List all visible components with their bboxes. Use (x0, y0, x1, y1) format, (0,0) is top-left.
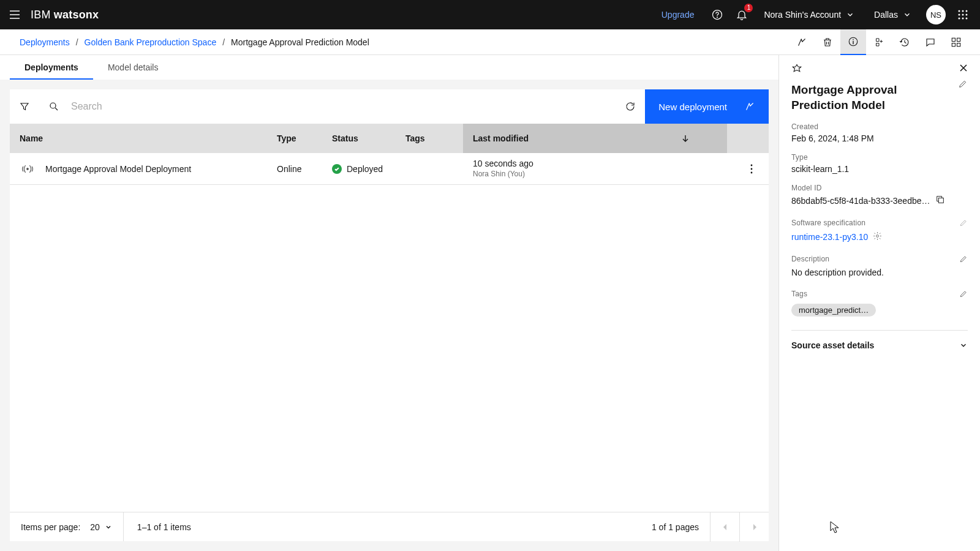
ipp-selector[interactable]: 20 (90, 522, 112, 532)
svg-rect-12 (952, 38, 955, 41)
pagination: Items per page: 20 1–1 of 1 items 1 of 1… (10, 512, 769, 541)
history-icon[interactable] (892, 29, 918, 55)
table-header: Name Type Status Tags Last modified (10, 124, 769, 153)
details-panel: Mortgage Approval Prediction Model Creat… (779, 55, 980, 551)
breadcrumb-current: Mortgage Approval Prediction Model (231, 37, 369, 47)
tag-chip[interactable]: mortgage_predict… (791, 304, 876, 317)
upgrade-link[interactable]: Upgrade (650, 10, 706, 20)
pager-next[interactable] (739, 512, 769, 542)
region-selector[interactable]: Dallas (864, 10, 921, 20)
col-last-modified[interactable]: Last modified (463, 124, 727, 153)
sub-header: Deployments / Golden Bank Preproduction … (0, 29, 980, 55)
table-row[interactable]: Mortgage Approval Model Deployment Onlin… (10, 153, 769, 185)
sw-spec-value[interactable]: runtime-23.1-py3.10 (791, 232, 868, 242)
breadcrumb-deployments[interactable]: Deployments (20, 37, 70, 47)
export-icon[interactable] (866, 29, 892, 55)
search-input[interactable] (69, 101, 616, 112)
tabs: Deployments Model details (0, 55, 778, 80)
svg-point-22 (876, 235, 879, 238)
chevron-down-icon (959, 341, 968, 350)
new-deployment-button[interactable]: New deployment (645, 89, 769, 124)
col-tags[interactable]: Tags (396, 133, 463, 143)
desc-value: No description provided. (791, 268, 968, 277)
sw-spec-label: Software specification (791, 219, 865, 227)
type-label: Type (791, 153, 968, 162)
menu-icon[interactable] (0, 0, 29, 29)
online-icon (21, 162, 34, 176)
row-name: Mortgage Approval Model Deployment (45, 164, 191, 174)
ipp-label: Items per page: (21, 522, 80, 532)
avatar[interactable]: NS (926, 5, 946, 24)
notifications-icon[interactable]: 1 (729, 0, 754, 29)
svg-point-18 (751, 164, 753, 166)
svg-point-7 (966, 14, 968, 16)
svg-rect-15 (957, 43, 960, 46)
delete-icon[interactable] (815, 29, 840, 55)
desc-label: Description (791, 255, 829, 263)
comment-icon[interactable] (918, 29, 943, 55)
source-asset-accordion[interactable]: Source asset details (791, 330, 968, 360)
tab-deployments[interactable]: Deployments (10, 55, 93, 80)
model-id-label: Model ID (791, 184, 968, 192)
chevron-down-icon (105, 523, 112, 531)
svg-point-9 (962, 18, 964, 20)
breadcrumb-space[interactable]: Golden Bank Preproduction Space (85, 37, 217, 47)
col-status[interactable]: Status (322, 133, 396, 143)
svg-rect-13 (957, 38, 960, 41)
svg-rect-21 (938, 198, 943, 203)
row-modified-by: Nora Shin (You) (473, 170, 533, 179)
account-name: Nora Shin's Account (764, 10, 841, 20)
pager-page-of: 1 of 1 pages (641, 522, 710, 532)
edit-sw-spec-icon[interactable] (959, 219, 968, 229)
sort-arrow-icon (680, 133, 690, 143)
col-name[interactable]: Name (10, 133, 267, 143)
svg-point-10 (966, 18, 968, 20)
svg-point-19 (751, 168, 753, 170)
global-header: IBM watsonx Upgrade 1 Nora Shin's Accoun… (0, 0, 980, 29)
deployments-table: Name Type Status Tags Last modified (10, 124, 769, 512)
status-success-icon (332, 164, 342, 174)
panel-title: Mortgage Approval Prediction Model (791, 83, 953, 113)
settings-icon[interactable] (943, 29, 969, 55)
svg-point-17 (27, 168, 29, 170)
account-selector[interactable]: Nora Shin's Account (754, 10, 864, 20)
col-type[interactable]: Type (267, 133, 322, 143)
breadcrumb-sep: / (222, 37, 225, 47)
toolbar: New deployment (10, 89, 769, 124)
chevron-down-icon (848, 13, 853, 16)
pager-prev[interactable] (710, 512, 739, 542)
search-icon[interactable] (39, 89, 69, 124)
edit-desc-icon[interactable] (959, 255, 968, 265)
info-icon[interactable] (840, 29, 866, 55)
tags-label: Tags (791, 290, 807, 298)
ipp-value: 20 (90, 522, 100, 532)
app-switcher-icon[interactable] (951, 0, 975, 29)
filter-icon[interactable] (10, 89, 39, 124)
gear-icon[interactable] (873, 231, 882, 242)
edit-tags-icon[interactable] (959, 290, 968, 300)
svg-point-20 (751, 171, 753, 173)
created-value: Feb 6, 2024, 1:48 PM (791, 133, 968, 143)
pager-range: 1–1 of 1 items (124, 522, 205, 532)
breadcrumb-sep: / (76, 37, 78, 47)
chevron-down-icon (905, 13, 910, 16)
svg-point-3 (962, 10, 964, 12)
new-deployment-label: New deployment (658, 102, 727, 112)
brand-name: watsonx (54, 9, 99, 21)
svg-rect-14 (952, 43, 955, 46)
row-overflow-icon[interactable] (737, 154, 766, 184)
copy-icon[interactable] (935, 195, 945, 206)
col-last-modified-label: Last modified (473, 133, 529, 143)
created-label: Created (791, 122, 968, 131)
refresh-icon[interactable] (616, 89, 645, 124)
brand: IBM watsonx (31, 9, 99, 21)
close-icon[interactable] (957, 61, 970, 77)
deploy-icon[interactable] (789, 29, 815, 55)
type-value: scikit-learn_1.1 (791, 164, 968, 174)
model-id-value: 86bdabf5-c5f8-41da-b333-3eedbe… (791, 196, 930, 206)
help-icon[interactable] (705, 0, 729, 29)
main-pane: Deployments Model details New deployment… (0, 55, 779, 551)
edit-title-icon[interactable] (958, 79, 968, 91)
svg-point-1 (717, 17, 718, 18)
tab-model-details[interactable]: Model details (93, 55, 173, 80)
